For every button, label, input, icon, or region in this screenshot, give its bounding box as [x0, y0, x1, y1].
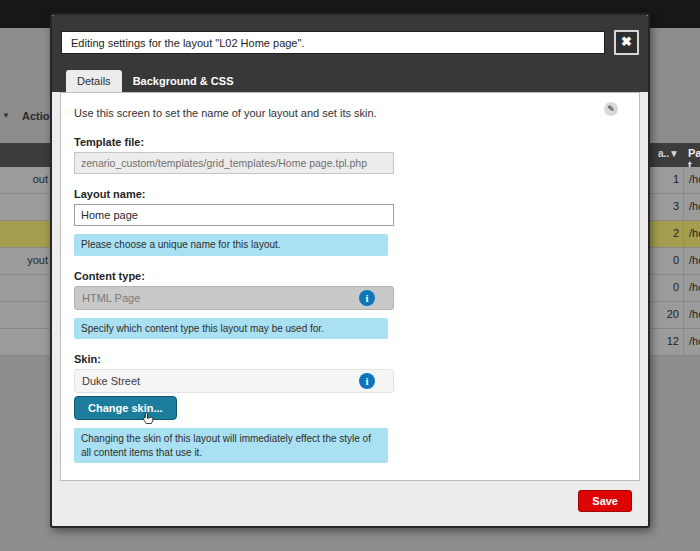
dialog-header: ✖ Details Background & CSS — [52, 15, 648, 92]
column-divider — [683, 329, 684, 356]
dialog-body: ✎ Use this screen to set the name of you… — [52, 92, 648, 481]
column-divider — [683, 194, 684, 221]
row-path-cell: /home — [689, 200, 700, 212]
row-path-cell: /home — [689, 227, 700, 239]
tab-bar: Details Background & CSS — [61, 68, 639, 92]
tab-details[interactable]: Details — [66, 70, 122, 92]
column-divider — [683, 275, 684, 302]
row-path-cell: /home — [689, 281, 700, 293]
row-path-cell: /home — [689, 308, 700, 320]
dialog-title-field[interactable] — [61, 31, 605, 54]
save-button[interactable]: Save — [578, 490, 632, 512]
tab-background-and-css[interactable]: Background & CSS — [122, 70, 245, 92]
column-divider — [683, 302, 684, 329]
skin-value: Duke Street — [82, 375, 140, 387]
column-divider — [683, 248, 684, 275]
column-divider — [683, 221, 684, 248]
pencil-icon[interactable]: ✎ — [604, 102, 618, 116]
row-name-fragment: out — [0, 173, 48, 185]
mouse-hand-cursor-icon — [139, 411, 156, 430]
dialog-footer: Save — [52, 481, 648, 512]
layout-name-note: Please choose a unique name for this lay… — [74, 234, 388, 256]
skin-label: Skin: — [74, 353, 625, 365]
layout-name-label: Layout name: — [74, 188, 625, 200]
column-divider — [683, 167, 684, 194]
info-icon[interactable]: i — [359, 290, 375, 306]
content-type-label: Content type: — [74, 270, 625, 282]
change-skin-button[interactable]: Change skin... — [74, 396, 177, 420]
layout-name-input[interactable] — [74, 204, 394, 226]
intro-text: Use this screen to set the name of your … — [74, 107, 625, 119]
details-panel: ✎ Use this screen to set the name of you… — [60, 92, 640, 481]
content-type-value: HTML Page — [82, 292, 140, 304]
dropdown-arrow-icon: ▼ — [2, 111, 10, 120]
row-path-cell: /home — [689, 254, 700, 266]
content-type-note: Specify which content type this layout m… — [74, 318, 388, 340]
row-name-fragment: yout — [0, 254, 48, 266]
row-path-cell: /home — [689, 335, 700, 347]
template-file-label: Template file: — [74, 136, 625, 148]
layout-settings-dialog: ✖ Details Background & CSS ✎ Use this sc… — [50, 13, 650, 528]
close-icon[interactable]: ✖ — [614, 30, 639, 55]
row-path-cell: /home — [689, 173, 700, 185]
skin-note: Changing the skin of this layout will im… — [74, 428, 388, 463]
skin-field: Duke Street i — [74, 369, 394, 393]
content-type-field: HTML Page i — [74, 286, 394, 310]
template-file-field — [74, 152, 394, 174]
info-icon[interactable]: i — [359, 373, 375, 389]
